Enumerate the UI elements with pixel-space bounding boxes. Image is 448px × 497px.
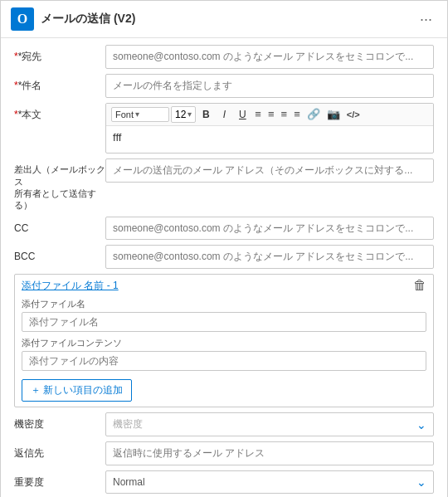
bcc-input[interactable] bbox=[105, 245, 434, 269]
font-size-label: 12 bbox=[175, 109, 186, 120]
reply-to-row: 返信先 bbox=[14, 441, 434, 465]
subject-input[interactable] bbox=[105, 74, 434, 98]
sensitivity-row: 機密度 機密度 ⌄ bbox=[14, 412, 434, 436]
font-size-dropdown[interactable]: 12 ▾ bbox=[171, 106, 196, 123]
subject-row: **件名 bbox=[14, 74, 434, 98]
importance-label: 重要度 bbox=[14, 470, 105, 490]
cc-input[interactable] bbox=[105, 217, 434, 241]
from-label: 差出人（メールボックス所有者として送信する） bbox=[14, 158, 105, 211]
italic-button[interactable]: I bbox=[216, 106, 232, 124]
email-card: O メールの送信 (V2) ··· **宛先 **件名 **本文 bbox=[0, 0, 448, 497]
bold-button[interactable]: B bbox=[197, 106, 214, 124]
from-input[interactable] bbox=[105, 158, 434, 183]
card-title: メールの送信 (V2) bbox=[41, 12, 415, 27]
attachments-title[interactable]: 添付ファイル 名前 - 1 bbox=[22, 279, 119, 293]
image-link-icon[interactable]: 📷 bbox=[324, 106, 343, 122]
subject-label: **件名 bbox=[14, 74, 105, 93]
outlook-icon: O bbox=[11, 7, 34, 31]
from-row: 差出人（メールボックス所有者として送信する） bbox=[14, 158, 434, 211]
attachment-content-input[interactable] bbox=[22, 351, 426, 371]
outdent-icon[interactable]: ≡ bbox=[291, 106, 303, 122]
card-header: O メールの送信 (V2) ··· bbox=[1, 1, 447, 38]
sensitivity-value: 機密度 bbox=[113, 417, 143, 431]
to-label: **宛先 bbox=[14, 45, 105, 64]
attachments-header: 添付ファイル 名前 - 1 🗑 bbox=[15, 275, 433, 296]
attachments-section: 添付ファイル 名前 - 1 🗑 添付ファイル名 添付ファイルコンテンソ ＋ 新し… bbox=[14, 274, 434, 407]
sensitivity-label: 機密度 bbox=[14, 412, 105, 431]
code-icon[interactable]: </> bbox=[344, 108, 363, 121]
indent-icon[interactable]: ≡ bbox=[279, 106, 290, 122]
importance-chevron-icon: ⌄ bbox=[416, 475, 426, 489]
attachment-name-row: 添付ファイル名 bbox=[15, 296, 433, 335]
rich-text-content[interactable]: fff bbox=[106, 126, 433, 153]
font-size-arrow: ▾ bbox=[187, 110, 192, 119]
font-family-label: Font bbox=[115, 110, 134, 119]
cc-label: CC bbox=[14, 217, 105, 236]
font-family-arrow: ▾ bbox=[135, 110, 139, 119]
body-label: **本文 bbox=[14, 103, 105, 122]
importance-value: Normal bbox=[113, 476, 145, 488]
importance-dropdown[interactable]: Normal ⌄ bbox=[105, 470, 434, 494]
rich-text-wrapper: Font ▾ 12 ▾ B I U ≡ ≡ bbox=[105, 103, 434, 154]
bullet-list-icon[interactable]: ≡ bbox=[252, 106, 264, 122]
attachment-content-label: 添付ファイルコンテンソ bbox=[22, 337, 426, 349]
rich-text-toolbar: Font ▾ 12 ▾ B I U ≡ ≡ bbox=[106, 104, 433, 127]
card-body: **宛先 **件名 **本文 Font ▾ bbox=[1, 38, 447, 497]
bcc-row: BCC bbox=[14, 245, 434, 269]
delete-attachment-icon[interactable]: 🗑 bbox=[413, 278, 426, 293]
attachment-content-row: 添付ファイルコンテンソ bbox=[15, 335, 433, 374]
add-item-button[interactable]: ＋ 新しい項目の追加 bbox=[22, 379, 132, 402]
link-icon[interactable]: 🔗 bbox=[304, 106, 323, 122]
sensitivity-dropdown[interactable]: 機密度 ⌄ bbox=[105, 412, 434, 436]
sensitivity-chevron-icon: ⌄ bbox=[416, 418, 426, 431]
attachment-name-input[interactable] bbox=[22, 312, 426, 332]
to-row: **宛先 bbox=[14, 45, 434, 69]
body-row: **本文 Font ▾ 12 ▾ B I bbox=[14, 103, 434, 154]
attachment-name-label: 添付ファイル名 bbox=[22, 298, 426, 310]
to-input[interactable] bbox=[105, 45, 434, 69]
reply-to-input[interactable] bbox=[105, 441, 434, 465]
underline-button[interactable]: U bbox=[234, 106, 251, 124]
reply-to-label: 返信先 bbox=[14, 441, 105, 460]
importance-row: 重要度 Normal ⌄ bbox=[14, 470, 434, 494]
bcc-label: BCC bbox=[14, 245, 105, 264]
cc-row: CC bbox=[14, 217, 434, 241]
more-button[interactable]: ··· bbox=[415, 9, 437, 30]
font-family-dropdown[interactable]: Font ▾ bbox=[111, 107, 169, 122]
numbered-list-icon[interactable]: ≡ bbox=[265, 106, 277, 122]
